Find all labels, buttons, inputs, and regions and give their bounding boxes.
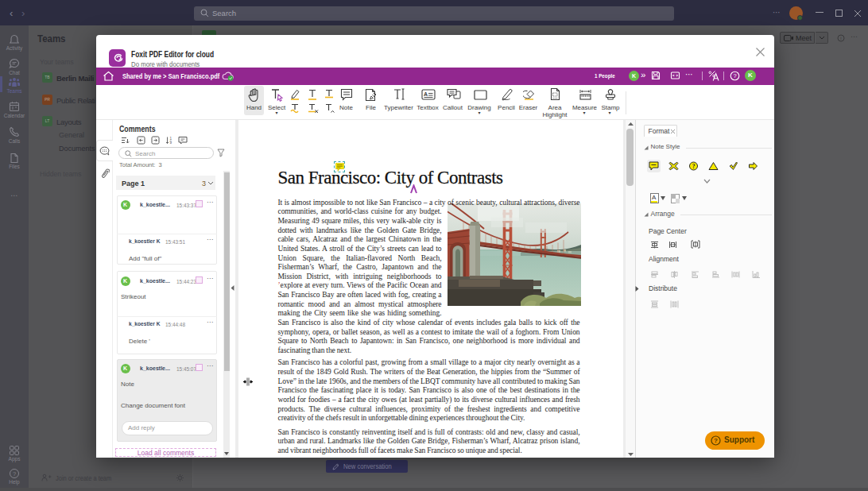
svg-text:?: ?: [692, 163, 696, 170]
svg-text:?: ?: [13, 470, 16, 477]
svg-text:i: i: [840, 36, 841, 41]
svg-text:?: ?: [733, 72, 736, 79]
svg-text:A: A: [424, 91, 428, 97]
svg-text:9: 9: [170, 141, 172, 145]
svg-text:?: ?: [714, 437, 718, 444]
